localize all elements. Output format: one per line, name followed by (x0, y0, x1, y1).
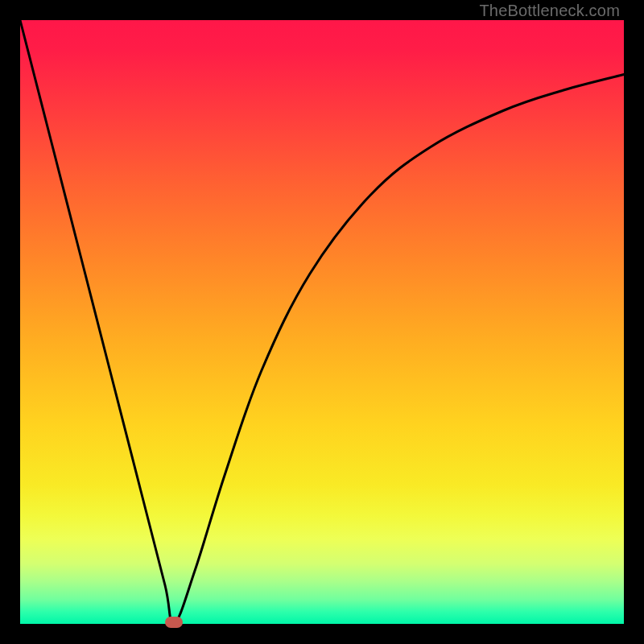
attribution-label: TheBottleneck.com (479, 2, 620, 20)
optimal-point-marker (165, 617, 183, 628)
bottleneck-curve (20, 20, 624, 624)
